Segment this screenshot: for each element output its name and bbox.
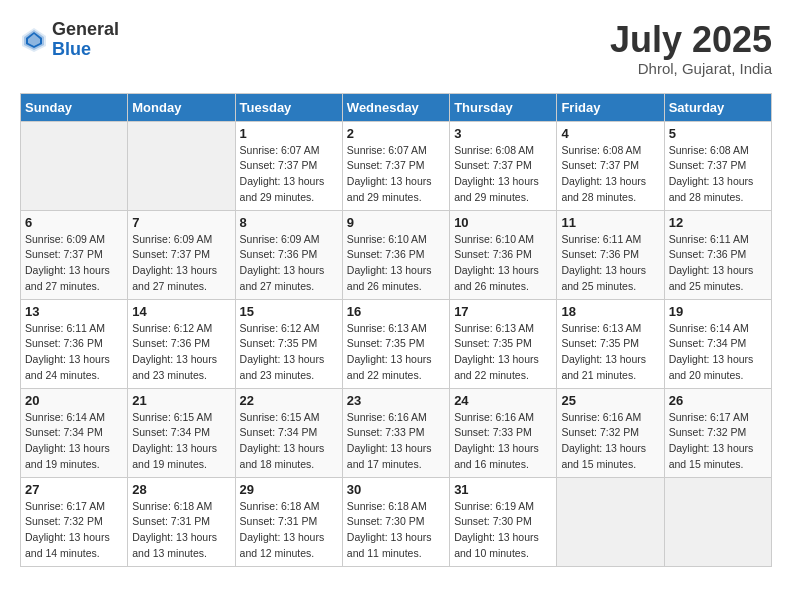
- calendar-cell: 16Sunrise: 6:13 AMSunset: 7:35 PMDayligh…: [342, 299, 449, 388]
- calendar-cell: [664, 477, 771, 566]
- day-info: Sunrise: 6:12 AMSunset: 7:35 PMDaylight:…: [240, 321, 338, 384]
- calendar-cell: 29Sunrise: 6:18 AMSunset: 7:31 PMDayligh…: [235, 477, 342, 566]
- calendar-cell: 5Sunrise: 6:08 AMSunset: 7:37 PMDaylight…: [664, 121, 771, 210]
- calendar-cell: 14Sunrise: 6:12 AMSunset: 7:36 PMDayligh…: [128, 299, 235, 388]
- calendar-cell: 22Sunrise: 6:15 AMSunset: 7:34 PMDayligh…: [235, 388, 342, 477]
- calendar-cell: [21, 121, 128, 210]
- location: Dhrol, Gujarat, India: [610, 60, 772, 77]
- logo-blue: Blue: [52, 40, 119, 60]
- day-info: Sunrise: 6:15 AMSunset: 7:34 PMDaylight:…: [132, 410, 230, 473]
- day-info: Sunrise: 6:07 AMSunset: 7:37 PMDaylight:…: [240, 143, 338, 206]
- day-number: 19: [669, 304, 767, 319]
- day-number: 1: [240, 126, 338, 141]
- day-info: Sunrise: 6:18 AMSunset: 7:31 PMDaylight:…: [240, 499, 338, 562]
- weekday-header-friday: Friday: [557, 93, 664, 121]
- day-info: Sunrise: 6:15 AMSunset: 7:34 PMDaylight:…: [240, 410, 338, 473]
- logo: General Blue: [20, 20, 119, 60]
- weekday-header-saturday: Saturday: [664, 93, 771, 121]
- day-info: Sunrise: 6:10 AMSunset: 7:36 PMDaylight:…: [347, 232, 445, 295]
- calendar-cell: 8Sunrise: 6:09 AMSunset: 7:36 PMDaylight…: [235, 210, 342, 299]
- day-number: 3: [454, 126, 552, 141]
- day-info: Sunrise: 6:12 AMSunset: 7:36 PMDaylight:…: [132, 321, 230, 384]
- day-number: 31: [454, 482, 552, 497]
- day-number: 10: [454, 215, 552, 230]
- day-number: 5: [669, 126, 767, 141]
- month-title: July 2025: [610, 20, 772, 60]
- logo-text-block: General Blue: [52, 20, 119, 60]
- day-number: 28: [132, 482, 230, 497]
- day-number: 2: [347, 126, 445, 141]
- day-number: 13: [25, 304, 123, 319]
- weekday-header-tuesday: Tuesday: [235, 93, 342, 121]
- calendar-cell: 24Sunrise: 6:16 AMSunset: 7:33 PMDayligh…: [450, 388, 557, 477]
- calendar-cell: 3Sunrise: 6:08 AMSunset: 7:37 PMDaylight…: [450, 121, 557, 210]
- weekday-header-thursday: Thursday: [450, 93, 557, 121]
- day-info: Sunrise: 6:16 AMSunset: 7:33 PMDaylight:…: [347, 410, 445, 473]
- calendar-cell: 2Sunrise: 6:07 AMSunset: 7:37 PMDaylight…: [342, 121, 449, 210]
- calendar-cell: [128, 121, 235, 210]
- day-info: Sunrise: 6:17 AMSunset: 7:32 PMDaylight:…: [25, 499, 123, 562]
- calendar-week-1: 1Sunrise: 6:07 AMSunset: 7:37 PMDaylight…: [21, 121, 772, 210]
- day-number: 4: [561, 126, 659, 141]
- day-info: Sunrise: 6:17 AMSunset: 7:32 PMDaylight:…: [669, 410, 767, 473]
- weekday-header-sunday: Sunday: [21, 93, 128, 121]
- logo-icon: [20, 26, 48, 54]
- calendar-cell: 28Sunrise: 6:18 AMSunset: 7:31 PMDayligh…: [128, 477, 235, 566]
- day-number: 30: [347, 482, 445, 497]
- day-info: Sunrise: 6:14 AMSunset: 7:34 PMDaylight:…: [25, 410, 123, 473]
- title-area: July 2025 Dhrol, Gujarat, India: [610, 20, 772, 77]
- calendar-cell: 18Sunrise: 6:13 AMSunset: 7:35 PMDayligh…: [557, 299, 664, 388]
- day-info: Sunrise: 6:09 AMSunset: 7:37 PMDaylight:…: [25, 232, 123, 295]
- day-number: 9: [347, 215, 445, 230]
- day-number: 21: [132, 393, 230, 408]
- day-number: 8: [240, 215, 338, 230]
- weekday-header-monday: Monday: [128, 93, 235, 121]
- day-number: 24: [454, 393, 552, 408]
- logo-general: General: [52, 20, 119, 40]
- day-info: Sunrise: 6:08 AMSunset: 7:37 PMDaylight:…: [561, 143, 659, 206]
- day-number: 6: [25, 215, 123, 230]
- calendar-week-2: 6Sunrise: 6:09 AMSunset: 7:37 PMDaylight…: [21, 210, 772, 299]
- day-info: Sunrise: 6:19 AMSunset: 7:30 PMDaylight:…: [454, 499, 552, 562]
- day-number: 7: [132, 215, 230, 230]
- day-info: Sunrise: 6:13 AMSunset: 7:35 PMDaylight:…: [347, 321, 445, 384]
- day-number: 15: [240, 304, 338, 319]
- day-number: 17: [454, 304, 552, 319]
- calendar-cell: 23Sunrise: 6:16 AMSunset: 7:33 PMDayligh…: [342, 388, 449, 477]
- calendar-cell: 19Sunrise: 6:14 AMSunset: 7:34 PMDayligh…: [664, 299, 771, 388]
- calendar-cell: 20Sunrise: 6:14 AMSunset: 7:34 PMDayligh…: [21, 388, 128, 477]
- calendar-cell: 17Sunrise: 6:13 AMSunset: 7:35 PMDayligh…: [450, 299, 557, 388]
- calendar-cell: 7Sunrise: 6:09 AMSunset: 7:37 PMDaylight…: [128, 210, 235, 299]
- calendar-cell: [557, 477, 664, 566]
- day-number: 27: [25, 482, 123, 497]
- day-number: 18: [561, 304, 659, 319]
- day-number: 25: [561, 393, 659, 408]
- day-info: Sunrise: 6:09 AMSunset: 7:37 PMDaylight:…: [132, 232, 230, 295]
- calendar-table: SundayMondayTuesdayWednesdayThursdayFrid…: [20, 93, 772, 567]
- day-info: Sunrise: 6:07 AMSunset: 7:37 PMDaylight:…: [347, 143, 445, 206]
- calendar-cell: 31Sunrise: 6:19 AMSunset: 7:30 PMDayligh…: [450, 477, 557, 566]
- day-info: Sunrise: 6:13 AMSunset: 7:35 PMDaylight:…: [454, 321, 552, 384]
- day-number: 12: [669, 215, 767, 230]
- day-number: 11: [561, 215, 659, 230]
- day-number: 22: [240, 393, 338, 408]
- day-info: Sunrise: 6:08 AMSunset: 7:37 PMDaylight:…: [669, 143, 767, 206]
- calendar-cell: 4Sunrise: 6:08 AMSunset: 7:37 PMDaylight…: [557, 121, 664, 210]
- calendar-cell: 25Sunrise: 6:16 AMSunset: 7:32 PMDayligh…: [557, 388, 664, 477]
- calendar-cell: 15Sunrise: 6:12 AMSunset: 7:35 PMDayligh…: [235, 299, 342, 388]
- calendar-cell: 12Sunrise: 6:11 AMSunset: 7:36 PMDayligh…: [664, 210, 771, 299]
- calendar-cell: 26Sunrise: 6:17 AMSunset: 7:32 PMDayligh…: [664, 388, 771, 477]
- weekday-header-wednesday: Wednesday: [342, 93, 449, 121]
- page-header: General Blue July 2025 Dhrol, Gujarat, I…: [20, 20, 772, 77]
- day-number: 23: [347, 393, 445, 408]
- day-number: 20: [25, 393, 123, 408]
- day-info: Sunrise: 6:18 AMSunset: 7:31 PMDaylight:…: [132, 499, 230, 562]
- calendar-cell: 6Sunrise: 6:09 AMSunset: 7:37 PMDaylight…: [21, 210, 128, 299]
- calendar-cell: 11Sunrise: 6:11 AMSunset: 7:36 PMDayligh…: [557, 210, 664, 299]
- day-info: Sunrise: 6:14 AMSunset: 7:34 PMDaylight:…: [669, 321, 767, 384]
- day-info: Sunrise: 6:16 AMSunset: 7:33 PMDaylight:…: [454, 410, 552, 473]
- calendar-cell: 27Sunrise: 6:17 AMSunset: 7:32 PMDayligh…: [21, 477, 128, 566]
- day-info: Sunrise: 6:09 AMSunset: 7:36 PMDaylight:…: [240, 232, 338, 295]
- day-info: Sunrise: 6:11 AMSunset: 7:36 PMDaylight:…: [25, 321, 123, 384]
- day-number: 14: [132, 304, 230, 319]
